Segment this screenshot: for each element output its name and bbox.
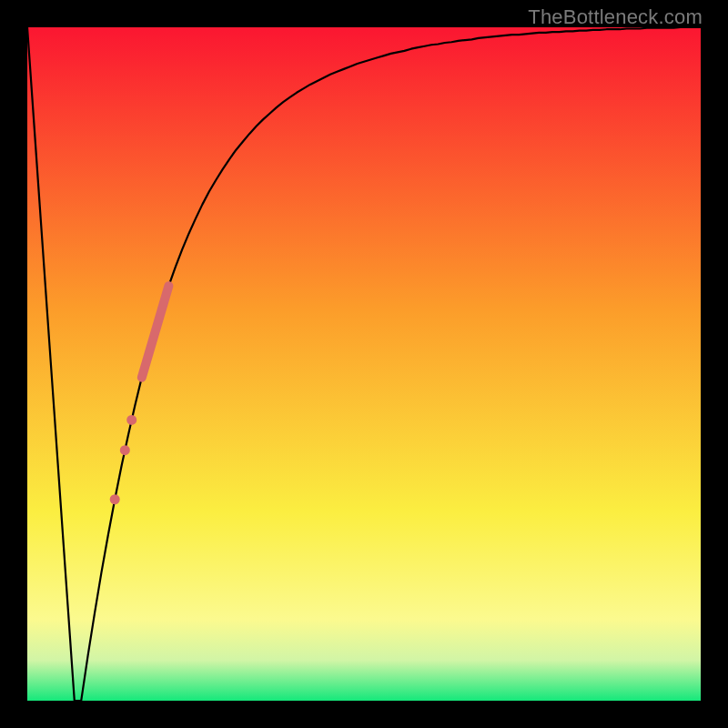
plot-area — [27, 27, 701, 701]
highlight-point — [126, 415, 136, 425]
highlight-point — [110, 494, 120, 504]
gradient-background — [27, 27, 701, 701]
chart-svg — [27, 27, 701, 701]
watermark-text: TheBottleneck.com — [528, 5, 703, 29]
chart-frame: { "watermark": "TheBottleneck.com", "col… — [0, 0, 728, 728]
highlight-point — [120, 445, 130, 455]
